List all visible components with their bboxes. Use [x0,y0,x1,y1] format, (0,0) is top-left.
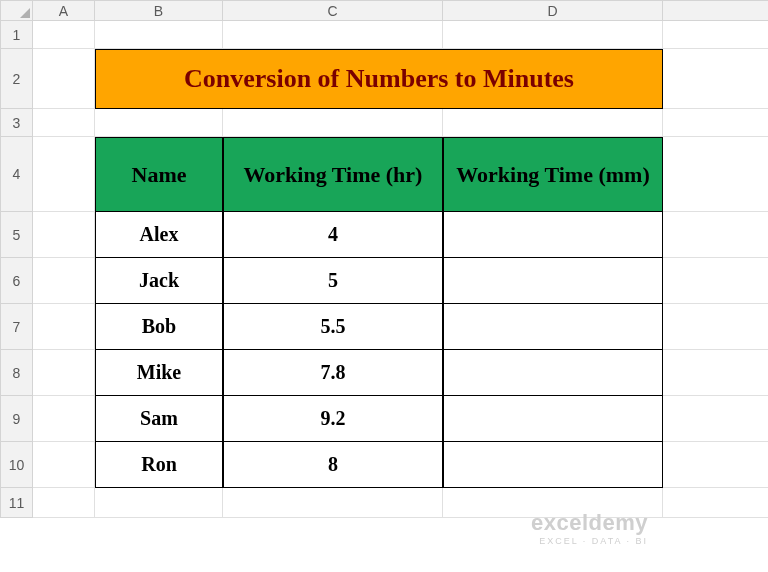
header-working-time-hr[interactable]: Working Time (hr) [223,137,443,212]
col-header-a[interactable]: A [33,1,95,21]
cell-mm-3[interactable] [443,350,663,396]
cell-b1[interactable] [95,21,223,49]
cell-a2[interactable] [33,49,95,109]
title-banner[interactable]: Conversion of Numbers to Minutes [95,49,663,109]
row-header-8[interactable]: 8 [1,350,33,396]
cell-b11[interactable] [95,488,223,518]
spreadsheet-grid: A B C D 1 2 Conversion of Numbers to Min… [0,0,768,518]
row-header-5[interactable]: 5 [1,212,33,258]
watermark-tagline: EXCEL · DATA · BI [531,536,648,546]
cell-a3[interactable] [33,109,95,137]
row-header-3[interactable]: 3 [1,109,33,137]
cell-a9[interactable] [33,396,95,442]
cell-a10[interactable] [33,442,95,488]
row-header-9[interactable]: 9 [1,396,33,442]
cell-c3[interactable] [223,109,443,137]
cell-hr-5[interactable]: 8 [223,442,443,488]
cell-mm-1[interactable] [443,258,663,304]
cell-a7[interactable] [33,304,95,350]
row-header-10[interactable]: 10 [1,442,33,488]
cell-d1[interactable] [443,21,663,49]
cell-hr-3[interactable]: 7.8 [223,350,443,396]
row-header-11[interactable]: 11 [1,488,33,518]
cell-e2[interactable] [663,49,768,109]
cell-d11[interactable] [443,488,663,518]
row-header-6[interactable]: 6 [1,258,33,304]
cell-e5[interactable] [663,212,768,258]
col-header-b[interactable]: B [95,1,223,21]
cell-c11[interactable] [223,488,443,518]
cell-d3[interactable] [443,109,663,137]
cell-mm-0[interactable] [443,212,663,258]
cell-e10[interactable] [663,442,768,488]
cell-e3[interactable] [663,109,768,137]
cell-a6[interactable] [33,258,95,304]
cell-hr-2[interactable]: 5.5 [223,304,443,350]
cell-a1[interactable] [33,21,95,49]
row-header-7[interactable]: 7 [1,304,33,350]
cell-hr-1[interactable]: 5 [223,258,443,304]
row-header-2[interactable]: 2 [1,49,33,109]
col-header-c[interactable]: C [223,1,443,21]
cell-a5[interactable] [33,212,95,258]
cell-name-1[interactable]: Jack [95,258,223,304]
cell-a11[interactable] [33,488,95,518]
cell-name-4[interactable]: Sam [95,396,223,442]
cell-name-0[interactable]: Alex [95,212,223,258]
header-name[interactable]: Name [95,137,223,212]
row-header-1[interactable]: 1 [1,21,33,49]
cell-c1[interactable] [223,21,443,49]
cell-hr-4[interactable]: 9.2 [223,396,443,442]
cell-a8[interactable] [33,350,95,396]
cell-a4[interactable] [33,137,95,212]
col-header-overflow [663,1,768,21]
cell-name-5[interactable]: Ron [95,442,223,488]
cell-e11[interactable] [663,488,768,518]
cell-e1[interactable] [663,21,768,49]
cell-name-2[interactable]: Bob [95,304,223,350]
cell-e6[interactable] [663,258,768,304]
row-header-4[interactable]: 4 [1,137,33,212]
cell-e9[interactable] [663,396,768,442]
col-header-d[interactable]: D [443,1,663,21]
cell-e8[interactable] [663,350,768,396]
cell-e7[interactable] [663,304,768,350]
cell-mm-4[interactable] [443,396,663,442]
header-working-time-mm[interactable]: Working Time (mm) [443,137,663,212]
cell-b3[interactable] [95,109,223,137]
cell-hr-0[interactable]: 4 [223,212,443,258]
cell-name-3[interactable]: Mike [95,350,223,396]
cell-mm-5[interactable] [443,442,663,488]
cell-e4[interactable] [663,137,768,212]
select-all-corner[interactable] [1,1,33,21]
cell-mm-2[interactable] [443,304,663,350]
